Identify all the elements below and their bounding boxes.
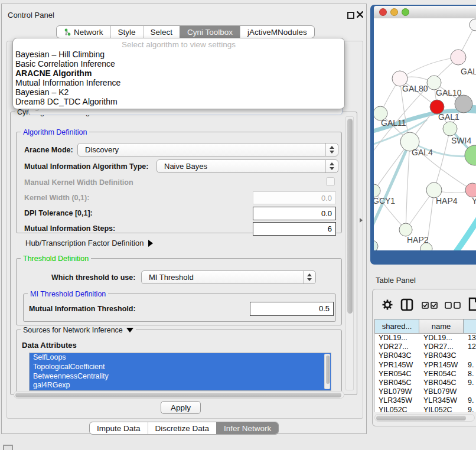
attribute-item-topologicalcoefficient[interactable]: TopologicalCoefficient: [30, 363, 331, 372]
network-edge[interactable]: [400, 57, 458, 79]
mac-zoom-button[interactable]: [402, 8, 409, 16]
mac-minimize-button[interactable]: [390, 8, 398, 16]
which-threshold-combobox[interactable]: MI Threshold: [141, 270, 316, 284]
manual-kernel-checkbox[interactable]: [326, 177, 335, 186]
dropdown-item-dream8-dc-tdc-algorithm[interactable]: Dream8 DC_TDC Algorithm: [13, 97, 344, 106]
mi-threshold-label: Mutual Information Threshold:: [29, 305, 136, 313]
mi-steps-field[interactable]: 6: [253, 222, 336, 236]
table-row[interactable]: YBR043CYBR043C: [375, 351, 476, 360]
table-row[interactable]: YDL19...YDL19...13: [375, 334, 476, 343]
table-cell: 9.: [464, 379, 476, 387]
node-label: GAL10: [436, 88, 462, 97]
table-row[interactable]: YLR345WYLR345W9.: [375, 396, 476, 405]
network-edge[interactable]: [454, 218, 476, 250]
algorithm-definition-title: Algorithm Definition: [21, 128, 89, 136]
network-window-titlebar[interactable]: [374, 6, 476, 19]
network-edge[interactable]: [434, 129, 450, 190]
bottom-tab-discretize-data[interactable]: Discretize Data: [148, 422, 217, 434]
table-cell: YDL19...: [420, 334, 464, 343]
algorithm-dropdown-popup: Select algorithm to view settings Bayesi…: [12, 38, 345, 109]
attribute-item-gal4rgexp[interactable]: gal4RGexp: [30, 381, 331, 390]
control-panel-tab-bar: NetworkStyleSelectCyni ToolboxjActiveMNo…: [56, 25, 315, 38]
collapsed-panel-icon[interactable]: [3, 445, 13, 450]
data-attributes-list[interactable]: SelfLoopsTopologicalCoefficientBetweenne…: [29, 353, 331, 391]
checked-boxes-icon[interactable]: [422, 302, 438, 309]
mi-threshold-field[interactable]: 0.5: [250, 302, 334, 316]
network-node[interactable]: [470, 19, 476, 31]
table-row[interactable]: YBR045CYBR045C9.: [375, 379, 476, 387]
table-row[interactable]: YER054CYER054C8.: [375, 370, 476, 379]
table-cell: [464, 351, 476, 360]
manual-kernel-label: Manual Kernel Width Definition: [24, 178, 133, 187]
attribute-item-selfloops[interactable]: SelfLoops: [30, 353, 331, 363]
network-node-gal2[interactable]: [451, 50, 466, 65]
dpi-tolerance-field[interactable]: 0.0: [253, 207, 336, 220]
settings-horizontal-scrollbar[interactable]: [14, 391, 344, 399]
table-cell: 8.: [464, 370, 476, 379]
network-node[interactable]: [455, 95, 472, 113]
network-node-ybr[interactable]: [465, 183, 476, 197]
bottom-tab-infer-network[interactable]: Infer Network: [216, 422, 278, 434]
column-header-extra[interactable]: [464, 319, 476, 334]
tab-label: Infer Network: [224, 424, 271, 433]
node-label: GAL4: [412, 148, 433, 157]
expanded-arrow-icon: [126, 328, 133, 332]
gear-icon[interactable]: [382, 299, 393, 311]
document-icon[interactable]: [468, 297, 476, 311]
network-edge[interactable]: [406, 142, 410, 230]
table-cell: YER054C: [420, 370, 464, 379]
aracne-mode-label: Aracne Mode:: [24, 146, 73, 154]
dropdown-item-mutual-information-inference[interactable]: Mutual Information Inference: [13, 78, 344, 87]
bottom-tab-impute-data[interactable]: Impute Data: [90, 422, 148, 434]
hub-definition-expander[interactable]: Hub/Transcription Factor Definition: [25, 239, 153, 247]
tab-style[interactable]: Style: [110, 26, 143, 38]
table-row[interactable]: YPR145WYPR145W9.: [375, 361, 476, 370]
mi-type-combobox[interactable]: Naive Bayes: [157, 159, 338, 173]
attribute-item-betweennesscentrality[interactable]: BetweennessCentrality: [30, 372, 331, 381]
tab-label: Style: [118, 28, 136, 37]
table-rows[interactable]: YDL19...YDL19...13YDR27...YDR27...12YBR0…: [374, 334, 476, 412]
tab-jactivemnodules[interactable]: jActiveMNodules: [240, 26, 314, 38]
list-vertical-scrollbar[interactable]: [324, 354, 330, 389]
dropdown-item-basic-correlation-inference[interactable]: Basic Correlation Inference: [13, 59, 344, 69]
aracne-mode-combobox[interactable]: Discovery: [77, 143, 338, 156]
table-cell: YER054C: [375, 370, 420, 379]
network-node-swi4[interactable]: [443, 122, 457, 136]
network-node-hap2[interactable]: [399, 223, 412, 236]
table-cell: YBR045C: [420, 379, 464, 387]
columns-icon[interactable]: [400, 298, 413, 311]
table-cell: 9.: [464, 396, 476, 405]
sources-group-title[interactable]: Sources for Network Inference: [21, 326, 136, 334]
table-cell: YBR043C: [420, 351, 464, 360]
hub-definition-label: Hub/Transcription Factor Definition: [25, 239, 144, 247]
column-header-shared[interactable]: shared...: [374, 319, 419, 334]
mac-close-button[interactable]: [379, 8, 387, 16]
tab-network[interactable]: Network: [57, 26, 110, 38]
table-horizontal-scrollbar[interactable]: [374, 414, 475, 422]
close-icon[interactable]: [356, 11, 364, 18]
threshold-definition-title: Threshold Definition: [21, 255, 91, 263]
network-node[interactable]: [465, 145, 476, 165]
table-cell: 12: [464, 343, 476, 351]
table-row[interactable]: YDR27...YDR27...12: [375, 343, 476, 351]
table-cell: YIL052C: [375, 406, 420, 413]
table-row[interactable]: YIL052CYIL052C9.: [375, 406, 476, 413]
dropdown-item-bayesian-hill-climbing[interactable]: Bayesian – Hill Climbing: [13, 50, 344, 59]
aracne-mode-value: Discovery: [85, 145, 119, 154]
dropdown-item-aracne-algorithm[interactable]: ARACNE Algorithm: [13, 69, 344, 78]
kernel-width-field[interactable]: 0.0: [253, 191, 336, 204]
table-row[interactable]: YBL079WYBL079W: [375, 387, 476, 396]
network-node[interactable]: [374, 240, 378, 250]
network-node-gcy1[interactable]: [374, 184, 380, 197]
dropdown-item-bayesian-k2[interactable]: Bayesian – K2: [13, 87, 344, 97]
table-header-row[interactable]: shared...name: [374, 319, 476, 334]
network-canvas[interactable]: GAL2GAL80GAL10GAL1GAL11SWI4GAL4GCY1HAP4Y…: [374, 18, 476, 250]
settings-vertical-scrollbar[interactable]: [345, 116, 354, 390]
float-window-icon[interactable]: [347, 12, 354, 19]
tab-cyni-toolbox[interactable]: Cyni Toolbox: [180, 26, 240, 38]
unchecked-boxes-icon[interactable]: [445, 302, 461, 309]
column-header-name[interactable]: name: [419, 319, 464, 334]
apply-button[interactable]: Apply: [161, 401, 201, 414]
tab-select[interactable]: Select: [143, 26, 180, 38]
panel-splitter-arrow-icon[interactable]: [360, 218, 363, 223]
